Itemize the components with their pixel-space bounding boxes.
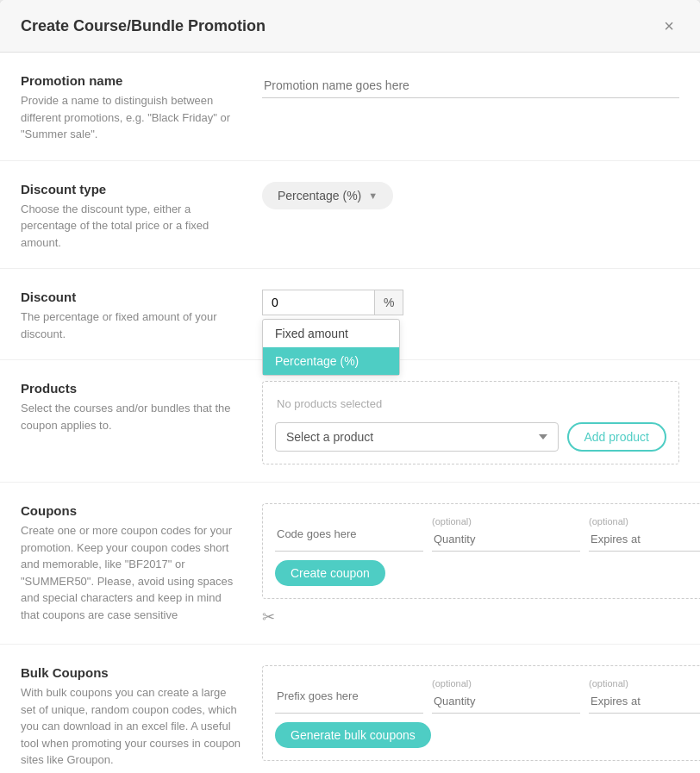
generate-bulk-coupons-button[interactable]: Generate bulk coupons xyxy=(275,722,431,748)
product-select-row: Select a product Add product xyxy=(275,422,666,452)
discount-type-right: Percentage (%) ▼ xyxy=(262,182,679,209)
no-products-text: No products selected xyxy=(275,394,666,414)
coupon-fields: (optional) (optional) xyxy=(275,516,700,552)
products-right: No products selected Select a product Ad… xyxy=(262,381,679,464)
discount-value-input[interactable] xyxy=(262,290,374,315)
dropdown-item-percentage[interactable]: Percentage (%) xyxy=(263,347,399,375)
modal-body: Promotion name Provide a name to disting… xyxy=(0,53,700,773)
bulk-coupons-row: Bulk Coupons With bulk coupons you can c… xyxy=(0,645,700,773)
bulk-quantity-optional-label: (optional) xyxy=(432,678,580,689)
discount-type-row: Discount type Choose the discount type, … xyxy=(0,161,700,270)
promotion-name-right xyxy=(262,73,679,98)
scissors-icon: ✂ xyxy=(262,608,700,627)
coupon-expires-input[interactable] xyxy=(589,527,700,552)
discount-row: Discount The percentage or fixed amount … xyxy=(0,269,700,360)
discount-desc: The percentage or fixed amount of your d… xyxy=(21,309,241,342)
products-label: Products xyxy=(21,381,241,396)
products-box: No products selected Select a product Ad… xyxy=(262,381,679,464)
coupons-row: Coupons Create one or more coupon codes … xyxy=(0,483,700,645)
bulk-coupons-desc: With bulk coupons you can create a large… xyxy=(21,684,241,769)
bulk-expires-wrap: (optional) xyxy=(589,678,700,714)
coupon-code-input[interactable] xyxy=(275,516,423,552)
coupon-section: (optional) (optional) Create coupon xyxy=(262,503,700,599)
discount-type-label: Discount type xyxy=(21,182,241,196)
bulk-quantity-wrap: (optional) xyxy=(432,678,580,714)
coupon-expires-optional-label: (optional) xyxy=(589,516,700,527)
add-product-button[interactable]: Add product xyxy=(567,422,667,452)
bulk-quantity-input[interactable] xyxy=(432,689,580,714)
products-left: Products Select the courses and/or bundl… xyxy=(21,381,262,433)
modal-header: Create Course/Bundle Promotion × xyxy=(0,0,700,53)
promotion-name-desc: Provide a name to distinguish between di… xyxy=(21,92,241,143)
bulk-expires-input[interactable] xyxy=(589,689,700,714)
bulk-scissors-icon: ✂ xyxy=(262,770,700,773)
discount-type-selected: Percentage (%) xyxy=(278,189,361,203)
discount-label: Discount xyxy=(21,290,241,304)
bulk-coupons-left: Bulk Coupons With bulk coupons you can c… xyxy=(21,665,262,769)
coupons-desc: Create one or more coupon codes for your… xyxy=(21,522,241,623)
discount-unit: % xyxy=(374,290,403,315)
promotion-name-input[interactable] xyxy=(262,73,679,98)
create-coupon-button[interactable]: Create coupon xyxy=(275,560,385,586)
discount-input-row: % Fixed amount Percentage (%) xyxy=(262,290,679,315)
products-desc: Select the courses and/or bundles that t… xyxy=(21,400,241,433)
bulk-coupon-fields: (optional) (optional) xyxy=(275,678,700,714)
close-button[interactable]: × xyxy=(659,16,679,36)
bulk-coupons-label: Bulk Coupons xyxy=(21,665,241,680)
chevron-down-icon: ▼ xyxy=(368,190,378,201)
coupon-expires-wrap: (optional) xyxy=(589,516,700,552)
bulk-expires-optional-label: (optional) xyxy=(589,678,700,689)
dropdown-item-fixed[interactable]: Fixed amount xyxy=(263,320,399,347)
coupons-right: (optional) (optional) Create coupon ✂ xyxy=(262,503,700,627)
modal-title: Create Course/Bundle Promotion xyxy=(21,17,266,35)
discount-type-dropdown[interactable]: Percentage (%) ▼ xyxy=(262,182,393,209)
promotion-name-left: Promotion name Provide a name to disting… xyxy=(21,73,262,143)
bulk-prefix-input[interactable] xyxy=(275,678,423,714)
coupons-label: Coupons xyxy=(21,503,241,518)
discount-right: % Fixed amount Percentage (%) xyxy=(262,290,679,322)
coupons-left: Coupons Create one or more coupon codes … xyxy=(21,503,262,623)
promotion-name-row: Promotion name Provide a name to disting… xyxy=(0,53,700,161)
modal: Create Course/Bundle Promotion × Promoti… xyxy=(0,0,700,773)
bulk-coupons-right: (optional) (optional) Generate bulk coup… xyxy=(262,665,700,773)
bulk-coupon-section: (optional) (optional) Generate bulk coup… xyxy=(262,665,700,761)
coupon-quantity-input[interactable] xyxy=(432,527,580,552)
promotion-name-label: Promotion name xyxy=(21,73,241,88)
product-select[interactable]: Select a product xyxy=(275,422,559,452)
coupon-quantity-optional-label: (optional) xyxy=(432,516,580,527)
discount-type-menu: Fixed amount Percentage (%) xyxy=(262,319,400,376)
discount-type-left: Discount type Choose the discount type, … xyxy=(21,182,262,252)
products-row: Products Select the courses and/or bundl… xyxy=(0,360,700,483)
discount-type-desc: Choose the discount type, either a perce… xyxy=(21,201,241,252)
discount-left: Discount The percentage or fixed amount … xyxy=(21,290,262,342)
coupon-quantity-wrap: (optional) xyxy=(432,516,580,552)
